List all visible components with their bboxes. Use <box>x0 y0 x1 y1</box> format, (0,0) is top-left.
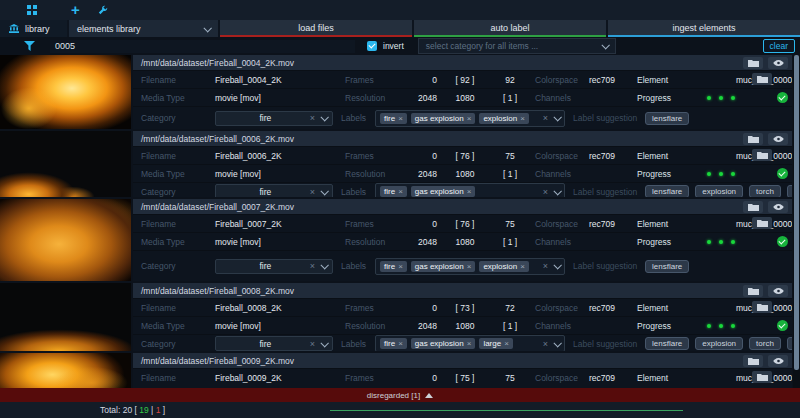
resolution-height: 1080 <box>437 93 493 103</box>
remove-icon[interactable]: × <box>398 262 403 271</box>
labels-multiselect[interactable]: fire× gas explosion× explosion× × <box>375 110 565 127</box>
open-folder-button[interactable] <box>752 371 772 383</box>
status-check-icon <box>777 320 788 331</box>
label-chip[interactable]: gas explosion× <box>411 186 476 197</box>
labels-multiselect[interactable]: fire× gas explosion× explosion× × <box>375 258 565 275</box>
labels-label: Labels <box>341 113 375 123</box>
element-row: /mnt/data/dataset/Fireball_0008_2K.mov F… <box>0 283 792 351</box>
category-select[interactable]: fire× <box>215 336 333 351</box>
frames-bracket: [ 92 ] <box>437 75 493 85</box>
suggestion-chip[interactable]: explosion <box>695 185 743 197</box>
open-folder-button[interactable] <box>752 149 772 161</box>
label-chip[interactable]: gas explosion× <box>411 261 476 272</box>
tab-library[interactable]: library <box>0 20 67 37</box>
library-select[interactable]: elements library <box>69 20 218 37</box>
disregarded-section-header[interactable]: disregarded [1] <box>0 388 800 402</box>
label-chip[interactable]: gas explosion× <box>411 113 476 124</box>
vertical-scrollbar[interactable] <box>793 55 800 388</box>
suggestion-chip[interactable]: debris <box>787 185 792 197</box>
open-folder-button[interactable] <box>752 73 772 85</box>
tab-bar: library elements library load files auto… <box>0 20 800 37</box>
clear-category-icon[interactable]: × <box>310 113 315 123</box>
labels-multiselect[interactable]: fire× gas explosion× × <box>375 183 565 197</box>
remove-icon[interactable]: × <box>398 339 403 348</box>
preview-eye-button[interactable] <box>768 133 788 145</box>
resolution-label: Resolution <box>345 93 403 103</box>
search-input[interactable] <box>50 40 355 53</box>
fire-thumbnail[interactable] <box>0 353 131 388</box>
clear-category-icon[interactable]: × <box>310 187 315 197</box>
preview-eye-button[interactable] <box>768 285 788 297</box>
label-chip[interactable]: fire× <box>380 338 407 349</box>
clear-labels-icon[interactable]: × <box>543 339 548 349</box>
fire-thumbnail[interactable] <box>0 55 131 129</box>
labels-multiselect[interactable]: fire× gas explosion× large× × <box>375 335 565 351</box>
remove-icon[interactable]: × <box>520 262 525 271</box>
suggestion-chip[interactable]: explosion <box>695 337 743 350</box>
open-folder-button[interactable] <box>743 57 763 69</box>
label-chip[interactable]: fire× <box>380 113 407 124</box>
collapse-icon <box>425 393 433 398</box>
label-chip[interactable]: large× <box>479 338 512 349</box>
media-type-value: movie [mov] <box>215 93 345 103</box>
remove-icon[interactable]: × <box>467 114 472 123</box>
open-folder-button[interactable] <box>752 217 772 229</box>
fire-thumbnail[interactable] <box>0 131 131 197</box>
add-icon[interactable]: + <box>71 5 80 15</box>
suggestion-chip[interactable]: lensflare <box>645 112 689 125</box>
suggestion-chip[interactable]: lensflare <box>645 337 689 350</box>
label-chip[interactable]: gas explosion× <box>411 338 476 349</box>
fire-thumbnail[interactable] <box>0 283 131 351</box>
open-folder-button[interactable] <box>743 201 763 213</box>
preview-eye-button[interactable] <box>768 355 788 367</box>
element-row: /mnt/data/dataset/Fireball_0004_2K.mov F… <box>0 55 792 129</box>
suggestion-chip[interactable]: lensflare <box>645 185 689 197</box>
remove-icon[interactable]: × <box>504 339 509 348</box>
remove-icon[interactable]: × <box>398 114 403 123</box>
clear-labels-icon[interactable]: × <box>543 113 548 123</box>
remove-icon[interactable]: × <box>467 339 472 348</box>
fire-thumbnail[interactable] <box>0 199 131 281</box>
label-chip[interactable]: fire× <box>380 186 407 197</box>
remove-icon[interactable]: × <box>520 114 525 123</box>
preview-eye-button[interactable] <box>768 201 788 213</box>
category-for-all-placeholder: select category for all items ... <box>426 41 538 51</box>
label-chip[interactable]: fire× <box>380 261 407 272</box>
open-folder-button[interactable] <box>743 355 763 367</box>
open-folder-button[interactable] <box>743 285 763 297</box>
clear-labels-icon[interactable]: × <box>543 187 548 197</box>
preview-eye-button[interactable] <box>768 57 788 69</box>
category-select[interactable]: fire× <box>215 259 333 274</box>
scrollbar-thumb[interactable] <box>794 55 799 370</box>
clear-button[interactable]: clear <box>763 39 795 53</box>
label-chip[interactable]: explosion× <box>479 113 528 124</box>
chevron-down-icon <box>553 339 561 347</box>
clear-labels-icon[interactable]: × <box>543 261 548 271</box>
ingest-elements-button[interactable]: ingest elements <box>608 20 800 37</box>
wrench-icon[interactable] <box>98 5 108 15</box>
remove-icon[interactable]: × <box>467 187 472 196</box>
load-files-button[interactable]: load files <box>220 20 412 37</box>
element-value: muc_fire_00003 <box>681 219 792 229</box>
category-for-all-select[interactable]: select category for all items ... <box>418 38 616 54</box>
resolution-width: 2048 <box>403 93 437 103</box>
invert-checkbox[interactable] <box>367 41 377 51</box>
clear-category-icon[interactable]: × <box>310 339 315 349</box>
suggestion-chip[interactable]: lensflare <box>645 260 689 273</box>
remove-icon[interactable]: × <box>467 262 472 271</box>
file-path: /mnt/data/dataset/Fireball_0008_2K.mov <box>141 286 294 296</box>
element-list: /mnt/data/dataset/Fireball_0004_2K.mov F… <box>0 55 792 388</box>
open-folder-button[interactable] <box>752 301 772 313</box>
open-folder-button[interactable] <box>743 133 763 145</box>
remove-icon[interactable]: × <box>398 187 403 196</box>
label-chip[interactable]: explosion× <box>479 261 528 272</box>
clear-category-icon[interactable]: × <box>310 261 315 271</box>
category-select[interactable]: fire× <box>215 111 333 126</box>
auto-label-button[interactable]: auto label <box>414 20 606 37</box>
grid-menu-icon[interactable] <box>27 5 37 15</box>
suggestion-chip[interactable]: torch <box>749 185 781 197</box>
category-select[interactable]: fire× <box>215 184 333 197</box>
suggestion-chip[interactable]: torch <box>749 337 781 350</box>
filter-icon <box>24 41 35 51</box>
suggestion-chip[interactable]: debris <box>787 337 792 350</box>
